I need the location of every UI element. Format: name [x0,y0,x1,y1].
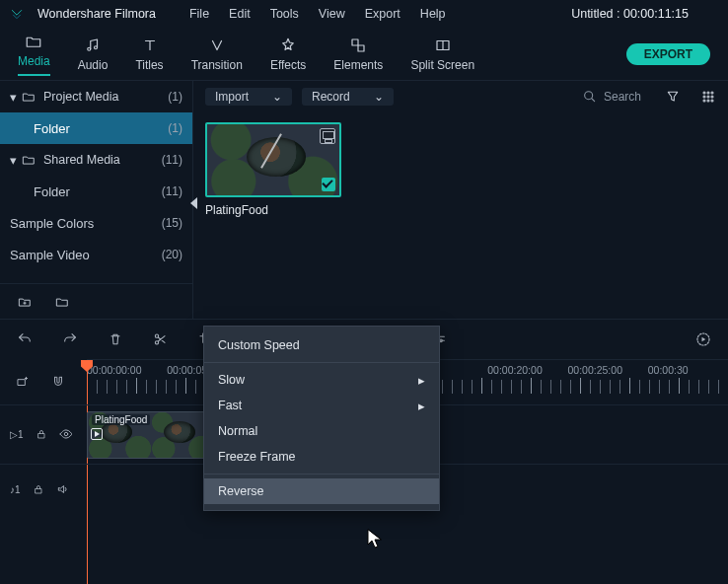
chevron-right-icon: ▸ [418,373,425,388]
folder-icon[interactable] [55,295,69,309]
menu-help[interactable]: Help [420,7,446,21]
import-label: Import [215,90,249,104]
ctx-freeze-frame[interactable]: Freeze Frame [204,444,439,470]
svg-rect-29 [36,488,41,493]
video-clip[interactable]: PlatingFood [87,411,215,459]
ctx-normal[interactable]: Normal [204,418,439,444]
ruler-tick: 00:00:20:00 [487,364,567,376]
sidebar-video-label: Sample Video [10,248,162,262]
svg-point-1 [95,45,98,48]
document-title: Untitled : 00:00:11:15 [571,7,689,21]
import-dropdown[interactable]: Import ⌄ [205,88,292,106]
menu-tools[interactable]: Tools [270,7,299,21]
menu-export[interactable]: Export [365,7,400,21]
delete-icon[interactable] [105,328,126,350]
ruler-tick: 00:00:00:00 [87,364,167,376]
app-name: Wondershare Filmora [37,7,156,21]
media-clip[interactable]: PlatingFood [205,122,341,217]
tab-audio-label: Audio [78,58,109,72]
menu-view[interactable]: View [319,7,345,21]
menu-file[interactable]: File [189,7,209,21]
svg-rect-2 [352,39,358,45]
sidebar-sample-colors[interactable]: Sample Colors (15) [0,207,192,239]
media-grid: PlatingFood [193,112,728,227]
play-icon [91,428,103,440]
tab-audio[interactable]: Audio [78,36,109,72]
folder-icon [22,90,43,104]
ruler-tick: 00:00:25:00 [568,364,648,376]
speed-context-menu: Custom Speed Slow▸ Fast▸ Normal Freeze F… [203,326,440,511]
sidebar-colors-label: Sample Colors [10,216,162,231]
sidebar-sample-video[interactable]: Sample Video (20) [0,239,192,270]
tab-splitscreen[interactable]: Split Screen [410,36,474,72]
video-clip-title: PlatingFood [92,414,150,425]
add-track-icon[interactable] [12,371,34,393]
ribbon-tabs: Media Audio Titles Transition Effects El… [0,28,728,81]
titles-icon [141,36,159,54]
tab-elements[interactable]: Elements [333,36,383,72]
tab-splitscreen-label: Split Screen [410,58,474,72]
sidebar-folder-1[interactable]: Folder (1) [0,112,192,144]
audio-track-header: ♪1 [0,464,87,515]
split-icon[interactable] [150,328,172,350]
grid-icon[interactable] [700,89,716,105]
search-box[interactable]: Search [582,89,641,105]
chevron-down-icon: ⌄ [374,90,384,104]
svg-rect-3 [358,45,364,51]
svg-point-28 [64,432,68,436]
sidebar-project-media[interactable]: ▾ Project Media (1) [0,81,192,112]
tab-transition[interactable]: Transition [191,36,243,72]
media-toolbar: Import ⌄ Record ⌄ Search [193,81,728,112]
sidebar-folder-2[interactable]: Folder (11) [0,176,192,207]
tab-effects[interactable]: Effects [270,36,306,72]
tab-elements-label: Elements [333,58,383,72]
sidebar-bottom-actions [0,283,192,319]
split-icon [434,36,452,54]
svg-point-0 [88,47,91,50]
titlebar: Wondershare Filmora File Edit Tools View… [0,0,728,28]
sidebar-folder1-count: (1) [168,121,182,135]
undo-icon[interactable] [14,328,36,350]
export-button[interactable]: EXPORT [626,43,710,65]
folder-icon [22,153,43,167]
music-icon [84,36,102,54]
record-label: Record [312,90,350,104]
sidebar-folder2-count: (11) [162,184,182,198]
audio-track-label: ♪1 [10,484,21,495]
checkmark-icon [322,178,335,191]
ctx-reverse[interactable]: Reverse [204,478,439,504]
clip-thumbnail[interactable] [205,122,341,197]
tab-titles-label: Titles [135,58,163,72]
svg-point-12 [703,100,705,102]
eye-icon[interactable] [59,427,73,443]
chevron-right-icon: ▸ [418,399,425,413]
ctx-custom-speed[interactable]: Custom Speed [204,332,439,358]
sidebar-video-count: (20) [162,248,182,261]
search-icon [582,89,598,105]
magnet-icon[interactable] [47,371,69,393]
render-icon[interactable] [692,328,714,350]
video-track-label: ▷1 [10,429,24,440]
cursor-icon [367,529,383,551]
ctx-fast[interactable]: Fast▸ [204,393,439,418]
tab-titles[interactable]: Titles [135,36,163,72]
sidebar-shared-count: (11) [162,153,182,167]
sidebar-shared-media[interactable]: ▾ Shared Media (11) [0,144,192,176]
ctx-slow[interactable]: Slow▸ [204,367,439,393]
filter-icon[interactable] [665,89,681,105]
new-folder-icon[interactable] [18,295,32,309]
menu-edit[interactable]: Edit [229,7,251,21]
chevron-down-icon: ▾ [10,90,22,105]
speaker-icon[interactable] [56,482,70,498]
redo-icon[interactable] [59,328,81,350]
record-dropdown[interactable]: Record ⌄ [302,88,394,106]
lock-icon[interactable] [36,428,47,442]
svg-rect-26 [18,380,25,386]
elements-icon [349,36,367,54]
svg-point-11 [711,96,713,98]
lock-icon[interactable] [33,483,44,497]
tab-effects-label: Effects [270,58,306,72]
tab-media[interactable]: Media [18,33,50,76]
effects-icon [279,36,297,54]
chevron-down-icon: ⌄ [272,90,282,104]
